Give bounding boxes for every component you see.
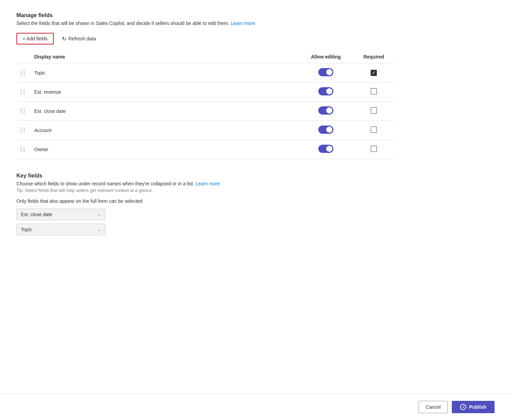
publish-circle-icon: ✓ [460,404,466,410]
dropdown-value: Topic [21,227,32,232]
toolbar: + Add fields ↻ Refresh data [16,33,394,44]
drag-handle[interactable] [16,63,30,82]
table-row: Account [16,121,394,140]
field-name-cell: Est. close date [30,102,298,121]
field-name-cell: Account [30,121,298,140]
toggle-switch[interactable] [318,106,333,115]
required-checkbox[interactable] [371,127,377,133]
required-cell[interactable] [353,121,394,140]
allow-editing-cell[interactable] [298,140,353,159]
bottom-bar: Cancel ✓ Publish [0,394,511,420]
required-checkbox[interactable] [371,107,377,114]
drag-handle[interactable] [16,82,30,102]
dropdown-value: Est. close date [21,212,52,217]
toggle-switch[interactable] [318,145,333,153]
toggle-switch[interactable] [318,126,333,134]
drag-handle[interactable] [16,102,30,121]
drag-handle[interactable] [16,140,30,159]
manage-fields-desc: Select the fields that will be shown in … [16,21,394,26]
key-fields-tip: Tip: Select fields that will help seller… [16,188,394,193]
allow-editing-cell[interactable] [298,121,353,140]
refresh-icon: ↻ [62,36,66,42]
manage-fields-learn-more-link[interactable]: Learn more [231,21,255,26]
allow-editing-cell[interactable] [298,82,353,102]
drag-handle[interactable] [16,121,30,140]
chevron-down-icon: ⌄ [98,212,101,217]
required-checkbox[interactable] [371,70,377,76]
key-fields-note: Only fields that also appear on the full… [16,198,394,204]
toggle-switch[interactable] [318,87,333,95]
col-header-required: Required [353,51,394,63]
key-fields-section: Key fields Choose which fields to show u… [16,173,394,235]
table-row: Est. revenue [16,82,394,102]
table-row: Topic [16,63,394,82]
key-fields-desc: Choose which fields to show under record… [16,181,394,186]
required-checkbox[interactable] [371,146,377,152]
allow-editing-cell[interactable] [298,63,353,82]
add-fields-button[interactable]: + Add fields [16,33,54,44]
required-cell[interactable] [353,102,394,121]
allow-editing-cell[interactable] [298,102,353,121]
col-header-display-name: Display name [30,51,298,63]
required-cell[interactable] [353,82,394,102]
key-fields-learn-more-link[interactable]: Learn more [195,181,220,186]
key-field-dropdown[interactable]: Topic ⌄ [16,224,105,235]
toggle-switch[interactable] [318,68,333,76]
field-name-cell: Topic [30,63,298,82]
field-name-cell: Est. revenue [30,82,298,102]
refresh-data-button[interactable]: ↻ Refresh data [58,33,100,44]
col-header-allow-editing: Allow editing [298,51,353,63]
required-cell[interactable] [353,140,394,159]
required-cell[interactable] [353,63,394,82]
chevron-down-icon: ⌄ [98,227,101,232]
table-row: Est. close date [16,102,394,121]
required-checkbox[interactable] [371,88,377,94]
key-fields-title: Key fields [16,173,394,179]
manage-fields-title: Manage fields [16,12,394,18]
publish-button[interactable]: ✓ Publish [452,401,495,413]
col-header-drag [16,51,30,63]
key-field-dropdown[interactable]: Est. close date ⌄ [16,209,105,220]
publish-label: Publish [469,404,486,410]
cancel-button[interactable]: Cancel [419,401,448,413]
key-dropdowns-container: Est. close date ⌄Topic ⌄ [16,209,394,235]
fields-table: Display name Allow editing Required Topi… [16,51,394,159]
table-row: Owner [16,140,394,159]
field-name-cell: Owner [30,140,298,159]
